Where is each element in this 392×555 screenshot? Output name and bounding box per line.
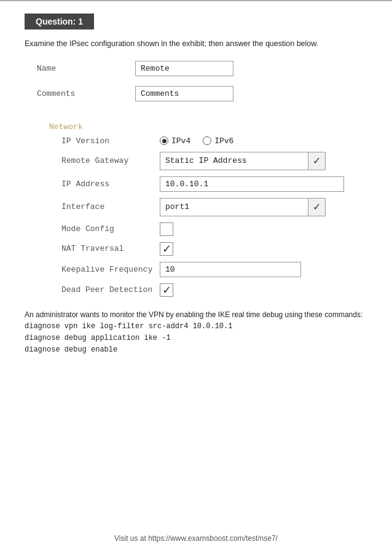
mode-config-row: Mode Config	[61, 222, 367, 236]
network-fields: IP Version IPv4 IPv6 Remote Ga	[61, 136, 367, 297]
keepalive-row: Keepalive Frequency	[61, 262, 367, 277]
ip-address-label: IP Address	[61, 179, 160, 189]
keepalive-label: Keepalive Frequency	[61, 265, 160, 274]
dead-peer-checkbox[interactable]: ✓	[160, 283, 173, 297]
footer-line3: diagnose debug application ike -1	[25, 333, 367, 344]
footer-line4: diagnose debug enable	[25, 344, 367, 356]
interface-dropdown[interactable]: port1 ✓	[160, 198, 326, 216]
mode-config-label: Mode Config	[61, 224, 160, 234]
footer-text: An administrator wants to monitor the VP…	[25, 309, 367, 356]
nat-traversal-row: NAT Traversal ✓	[61, 242, 367, 256]
footer-line1: An administrator wants to monitor the VP…	[25, 309, 367, 321]
interface-dropdown-arrow-icon[interactable]: ✓	[308, 199, 325, 216]
comments-row: Comments	[37, 86, 367, 101]
ipv6-label: IPv6	[214, 136, 233, 146]
dropdown-arrow-icon[interactable]: ✓	[308, 152, 325, 170]
comments-label: Comments	[37, 89, 135, 98]
mode-config-checkbox[interactable]	[160, 222, 173, 236]
ipv6-option[interactable]: IPv6	[203, 136, 233, 146]
form-section: Name Comments Network IP Version IPv4	[37, 61, 367, 297]
remote-gateway-dropdown[interactable]: Static IP Address ✓	[160, 152, 326, 170]
ip-version-label: IP Version	[61, 136, 160, 146]
dead-peer-label: Dead Peer Detection	[61, 285, 160, 294]
network-label: Network	[49, 122, 367, 132]
ipv4-option[interactable]: IPv4	[160, 136, 190, 146]
interface-row: Interface port1 ✓	[61, 198, 367, 216]
remote-gateway-row: Remote Gateway Static IP Address ✓	[61, 152, 367, 170]
question-header: Question: 1	[25, 14, 94, 30]
footer-line2: diagnose vpn ike log-filter src-addr4 10…	[25, 321, 367, 333]
nat-traversal-checkbox[interactable]: ✓	[160, 242, 173, 256]
dead-peer-row: Dead Peer Detection ✓	[61, 283, 367, 297]
ip-version-row: IP Version IPv4 IPv6	[61, 136, 367, 146]
name-label: Name	[37, 64, 135, 73]
name-input[interactable]	[135, 61, 233, 76]
network-section: Network IP Version IPv4 IPv6	[49, 122, 367, 297]
intro-text: Examine the IPsec configuration shown in…	[25, 38, 367, 50]
visit-footer: Visit us at https://www.examsboost.com/t…	[0, 534, 392, 543]
remote-gateway-value: Static IP Address	[160, 154, 308, 168]
keepalive-input[interactable]	[160, 262, 301, 277]
radio-group: IPv4 IPv6	[160, 136, 233, 146]
nat-traversal-label: NAT Traversal	[61, 244, 160, 253]
name-row: Name	[37, 61, 367, 76]
ipv4-radio[interactable]	[160, 136, 168, 145]
interface-value: port1	[160, 200, 308, 214]
ipv4-label: IPv4	[171, 136, 190, 146]
comments-input[interactable]	[135, 86, 233, 101]
ip-address-row: IP Address	[61, 176, 367, 192]
remote-gateway-label: Remote Gateway	[61, 156, 160, 165]
interface-label: Interface	[61, 202, 160, 211]
ipv6-radio[interactable]	[203, 136, 211, 145]
ip-address-input[interactable]	[160, 176, 344, 192]
